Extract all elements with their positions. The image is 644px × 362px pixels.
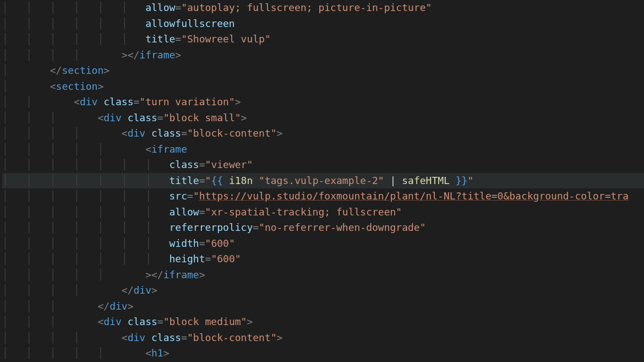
code-line[interactable]: │ │ │ <div class="block small"> bbox=[2, 110, 644, 126]
code-line[interactable]: │ <section> bbox=[2, 79, 644, 95]
token-br: > bbox=[235, 96, 241, 107]
token-br: </ bbox=[122, 284, 134, 296]
code-line[interactable]: │ │ │ │ </div> bbox=[2, 283, 644, 299]
token-br: > bbox=[103, 64, 110, 76]
token-tag: section bbox=[56, 80, 98, 92]
token-br: = bbox=[199, 159, 205, 170]
token-tmpl-delim: {{ bbox=[211, 175, 229, 186]
token-br: ></ bbox=[122, 49, 140, 61]
token-str: "xr-spatial-tracking; fullscreen" bbox=[205, 206, 402, 218]
code-line[interactable]: │ │ │ │ │ │ │ src="https://vulp.studio/f… bbox=[2, 188, 644, 204]
token-br: > bbox=[151, 284, 157, 296]
token-tmpl-op: | bbox=[390, 175, 396, 186]
token-str: "600" bbox=[205, 237, 235, 249]
token-tmpl-id: safeHTML bbox=[402, 175, 450, 186]
token-br: = bbox=[181, 127, 187, 139]
token-tag: div bbox=[103, 112, 122, 123]
token-br: > bbox=[199, 269, 205, 280]
token-str: "autoplay; fullscreen; picture-in-pictur… bbox=[181, 2, 432, 13]
token-br: > bbox=[97, 80, 103, 92]
code-line[interactable]: │ │ │ │ │ │ │ height="600" bbox=[2, 251, 644, 267]
token-str: "block small" bbox=[163, 112, 241, 123]
code-line[interactable]: │ │ │ <div class="block medium"> bbox=[2, 314, 644, 330]
token-attr: height bbox=[170, 253, 205, 264]
token-br: > bbox=[247, 316, 253, 327]
token-br: < bbox=[145, 143, 151, 155]
token-sp bbox=[145, 127, 151, 139]
code-line[interactable]: │ │ │ │ │ │ │ width="600" bbox=[2, 236, 644, 252]
token-tmpl-delim: }} bbox=[450, 175, 468, 186]
token-sp bbox=[253, 175, 259, 186]
token-tag: div bbox=[128, 332, 146, 343]
code-line[interactable]: │ </section> bbox=[2, 63, 644, 79]
token-sp bbox=[145, 332, 151, 343]
code-line[interactable]: │ │ │ │ <div class="block-content"> bbox=[2, 126, 644, 142]
code-line[interactable]: │ │ │ │ │ │ │ class="viewer" bbox=[2, 157, 644, 173]
token-br: = bbox=[157, 112, 163, 123]
code-line[interactable]: │ │ │ │ │ │ allowfullscreen bbox=[2, 16, 644, 32]
token-br: = bbox=[181, 332, 187, 343]
token-br: > bbox=[277, 127, 283, 139]
code-line[interactable]: │ │ │ │ <div class="block-content"> bbox=[2, 330, 644, 346]
code-editor[interactable]: │ │ │ │ │ │ allow="autoplay; fullscreen;… bbox=[0, 0, 644, 361]
code-line[interactable]: │ │ │ │ │ │ │ title="{{ i18n "tags.vulp-… bbox=[2, 173, 644, 189]
code-line[interactable]: │ │ │ │ │ │ title="Showreel vulp" bbox=[2, 31, 644, 47]
token-str: "turn variation" bbox=[139, 96, 234, 107]
token-br: > bbox=[175, 49, 181, 61]
token-tag: iframe bbox=[163, 269, 199, 280]
token-attr: title bbox=[170, 175, 199, 186]
code-line[interactable]: │ │ <div class="turn variation"> bbox=[2, 94, 644, 110]
token-attr: allow bbox=[170, 206, 199, 218]
token-br: < bbox=[97, 316, 103, 327]
token-attr: referrerpolicy bbox=[170, 221, 253, 233]
token-br: = bbox=[133, 96, 139, 107]
token-attr: src bbox=[170, 190, 188, 202]
token-br: > bbox=[241, 112, 247, 123]
token-str: "viewer" bbox=[205, 159, 253, 170]
token-str: "600" bbox=[211, 253, 241, 264]
token-attr: class bbox=[151, 332, 181, 343]
token-attr: class bbox=[128, 112, 157, 123]
token-str: " bbox=[467, 175, 473, 186]
code-line[interactable]: │ │ │ │ │ │ allow="autoplay; fullscreen;… bbox=[2, 0, 644, 16]
token-tmpl-str: "tags.vulp-example-2" bbox=[259, 175, 384, 186]
token-tag: h1 bbox=[151, 347, 163, 359]
token-str: "no-referrer-when-downgrade" bbox=[259, 221, 425, 233]
token-str: "block-content" bbox=[187, 127, 277, 139]
token-attr: class bbox=[151, 127, 181, 139]
code-line[interactable]: │ │ │ │ ></iframe> bbox=[2, 47, 644, 63]
token-br: </ bbox=[97, 300, 110, 312]
token-br: > bbox=[128, 300, 134, 312]
token-sp bbox=[122, 112, 128, 123]
token-br: = bbox=[157, 316, 163, 327]
token-br: < bbox=[122, 127, 128, 139]
token-tag: div bbox=[80, 96, 98, 107]
token-str: " bbox=[205, 175, 211, 186]
token-str: "block medium" bbox=[163, 316, 247, 327]
token-br: = bbox=[187, 190, 193, 202]
code-line[interactable]: │ │ │ │ │ │ │ allow="xr-spatial-tracking… bbox=[2, 204, 644, 220]
code-line[interactable]: │ │ │ │ │ ></iframe> bbox=[2, 267, 644, 283]
token-br: </ bbox=[50, 64, 62, 76]
token-tag: iframe bbox=[139, 49, 175, 61]
token-br: = bbox=[199, 175, 205, 186]
code-line[interactable]: │ │ │ │ │ <iframe bbox=[2, 142, 644, 158]
token-br: > bbox=[277, 332, 283, 343]
token-br: = bbox=[175, 2, 181, 13]
token-sp bbox=[384, 175, 390, 186]
token-br: < bbox=[50, 80, 56, 92]
code-line[interactable]: │ │ │ </div> bbox=[2, 299, 644, 315]
token-br: < bbox=[74, 96, 80, 107]
token-tag: section bbox=[62, 64, 103, 76]
token-url: https://vulp.studio/foxmountain/plant/nl… bbox=[199, 190, 629, 202]
token-tag: div bbox=[128, 127, 146, 139]
token-str: " bbox=[193, 190, 199, 202]
token-br: < bbox=[97, 112, 103, 123]
code-line[interactable]: │ │ │ │ │ │ │ referrerpolicy="no-referre… bbox=[2, 220, 644, 236]
token-br: < bbox=[122, 332, 128, 343]
token-br: = bbox=[199, 237, 205, 249]
token-str: "block-content" bbox=[187, 332, 277, 343]
token-sp bbox=[122, 316, 128, 327]
code-line[interactable]: │ │ │ │ │ <h1> bbox=[2, 345, 644, 361]
token-attr: class bbox=[128, 316, 157, 327]
